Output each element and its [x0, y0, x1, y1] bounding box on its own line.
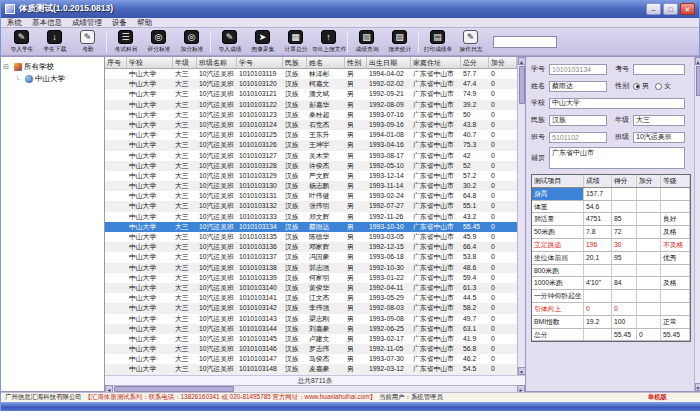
table-row[interactable]: 中山大学大三10汽运吴班1010103148汉族麦嘉豪男1992-03-12广东… — [105, 364, 517, 374]
table-row[interactable]: 中山大学大三10汽运吴班1010103130汉族杨志鹏男1993-11-14广东… — [105, 181, 517, 191]
column-header[interactable]: 性别 — [345, 57, 367, 68]
report-stats-button[interactable]: ▨报表统计 — [383, 30, 416, 54]
menu-item[interactable]: 设备 — [112, 18, 127, 28]
table-row[interactable]: 中山大学大三10汽运吴班1010103123汉族秦桂超男1993-07-16广东… — [105, 110, 517, 120]
ethnic-field[interactable] — [549, 115, 607, 126]
column-header[interactable]: 出生日期 — [367, 57, 411, 68]
table-row[interactable]: 中山大学大三10汽运吴班1010103131汉族叶伟健男1993-02-24广东… — [105, 191, 517, 201]
table-row[interactable]: 中山大学大三10汽运吴班1010103145汉族卢建文男1993-02-17广东… — [105, 334, 517, 344]
table-row[interactable]: 中山大学大三10汽运吴班1010103137汉族冯国豪男1993-06-18广东… — [105, 252, 517, 262]
column-header[interactable]: 加分 — [489, 57, 517, 68]
results-row[interactable]: 立定跳远19630不及格 — [532, 239, 690, 252]
results-row[interactable]: BMI指数19.2100正常 — [532, 316, 690, 329]
results-row[interactable]: 身高157.7 — [532, 188, 690, 201]
results-row[interactable]: 一分钟仰卧起坐 — [532, 290, 690, 303]
table-row[interactable]: 中山大学大三10汽运吴班1010103129汉族严文辉男1993-12-14广东… — [105, 171, 517, 181]
column-header[interactable]: 姓名 — [307, 57, 345, 68]
class-no-field[interactable] — [549, 132, 607, 143]
table-row[interactable]: 中山大学大三10汽运吴班1010103142汉族李伟强男1992-08-03广东… — [105, 303, 517, 313]
table-row[interactable]: 中山大学大三10汽运吴班1010103133汉族郑文辉男1992-11-26广东… — [105, 212, 517, 222]
download-students-button[interactable]: ↓学生下载 — [38, 30, 71, 54]
column-header[interactable]: 学校 — [127, 57, 173, 68]
column-header[interactable]: 学号 — [237, 57, 283, 68]
image-capture-button[interactable]: ➤图像采集 — [246, 30, 279, 54]
table-row[interactable]: 中山大学大三10汽运吴班1010103132汉族张伟明男1992-07-27广东… — [105, 201, 517, 211]
panel-scroll-up-icon[interactable]: ▲ — [695, 57, 700, 65]
table-row[interactable]: 中山大学大三10汽运吴班1010103143汉族梁志刚男1993-09-08广东… — [105, 314, 517, 324]
import-students-button[interactable]: ✎导入学生 — [5, 30, 38, 54]
table-row[interactable]: 中山大学大三10汽运吴班1010103139汉族何家明男1993-01-22广东… — [105, 273, 517, 283]
detail-panel-scrollbar[interactable]: ▲ ▼ — [694, 57, 700, 391]
table-row[interactable]: 中山大学大三10汽运吴班1010103135汉族陈德华男1993-03-05广东… — [105, 232, 517, 242]
maximize-button[interactable]: □ — [663, 3, 678, 15]
results-row[interactable]: 坐位体前屈20.195优秀 — [532, 252, 690, 265]
column-header[interactable]: 家庭住址 — [411, 57, 461, 68]
table-row[interactable]: 中山大学大三10汽运吴班1010103126汉族王坤宇男1993-04-16广东… — [105, 140, 517, 150]
menu-item[interactable]: 系统 — [7, 18, 22, 28]
table-row[interactable]: 中山大学大三10汽运吴班1010103128汉族许俊杰男1992-05-10广东… — [105, 161, 517, 171]
column-header[interactable]: 年级 — [173, 57, 197, 68]
scoring-standard-button[interactable]: ◎评分标准 — [142, 30, 175, 54]
menu-item[interactable]: 基本信息 — [32, 18, 62, 28]
results-header-row: 测试项目成绩得分加分等级 — [532, 175, 690, 188]
results-row[interactable]: 总分55.45055.45 — [532, 329, 690, 342]
bonus-standard-button[interactable]: ◎加分标准 — [175, 30, 208, 54]
panel-scroll-thumb[interactable] — [696, 66, 700, 96]
school-field[interactable] — [549, 98, 685, 109]
calculate-total-button[interactable]: ▦计算总分 — [279, 30, 312, 54]
table-row[interactable]: 中山大学大三10汽运吴班1010103124汉族石竞杰男1993-09-16广东… — [105, 120, 517, 130]
table-row[interactable]: 中山大学大三10汽运吴班1010103125汉族王东升男1994-01-08广东… — [105, 130, 517, 140]
table-row[interactable]: 中山大学大三10汽运吴班1010103121汉族潘文斌男1992-09-21广东… — [105, 89, 517, 99]
table-row[interactable]: 中山大学大三10汽运吴班1010103134汉族蔡雨达男1993-10-10广东… — [105, 222, 517, 232]
tree-item-school[interactable]: └中山大学 — [3, 73, 102, 85]
results-row[interactable]: 体重54.6 — [532, 201, 690, 214]
results-row[interactable]: 引体向上00 — [532, 303, 690, 316]
menu-item[interactable]: 帮助 — [137, 18, 152, 28]
gender-male-radio[interactable]: 男 — [633, 81, 649, 91]
attendance-button[interactable]: ✎考勤 — [71, 30, 104, 54]
table-row[interactable]: 中山大学大三10汽运吴班1010103138汉族郭志强男1992-10-30广东… — [105, 263, 517, 273]
results-row[interactable]: 800米跑 — [532, 265, 690, 278]
score-query-button[interactable]: ▧成绩查询 — [350, 30, 383, 54]
operation-log-button[interactable]: ✎操作日志 — [454, 30, 487, 54]
student-id-field[interactable] — [549, 64, 607, 75]
table-row[interactable]: 中山大学大三10汽运吴班1010103136汉族邓家辉男1992-12-15广东… — [105, 242, 517, 252]
table-row[interactable]: 中山大学大三10汽运吴班1010103141汉族江文杰男1993-05-29广东… — [105, 293, 517, 303]
menu-item[interactable]: 成绩管理 — [72, 18, 102, 28]
toolbar-search-input[interactable] — [493, 36, 557, 48]
table-row[interactable]: 中山大学大三10汽运吴班1010103147汉族马俊杰男1993-07-30广东… — [105, 354, 517, 364]
print-scores-button[interactable]: ▤打印成绩单 — [421, 30, 454, 54]
panel-scroll-down-icon[interactable]: ▼ — [695, 383, 700, 391]
column-header[interactable]: 序号 — [105, 57, 127, 68]
export-report-button[interactable]: ↑导出上报文件 — [312, 30, 345, 54]
table-row[interactable]: 中山大学大三10汽运吴班1010103140汉族黄俊华男1992-04-11广东… — [105, 283, 517, 293]
origin-field[interactable]: 广东省中山市 — [549, 147, 685, 169]
table-row[interactable]: 中山大学大三10汽运吴班1010103127汉族吴木荣男1993-08-17广东… — [105, 151, 517, 161]
column-header[interactable]: 民族 — [283, 57, 307, 68]
results-cell: 及格 — [661, 277, 690, 289]
results-row[interactable]: 50米跑7.872及格 — [532, 226, 690, 239]
grade-field[interactable] — [633, 115, 685, 126]
class-field[interactable] — [633, 132, 685, 143]
scroll-thumb[interactable] — [519, 66, 525, 104]
close-button[interactable]: ✕ — [680, 3, 695, 15]
table-row[interactable]: 中山大学大三10汽运吴班1010103122汉族彭嘉华男1992-08-09广东… — [105, 100, 517, 110]
tree-expand-icon[interactable]: ⊟ — [3, 63, 12, 71]
column-header[interactable]: 班级名称 — [197, 57, 237, 68]
import-scores-button[interactable]: ✎导入成绩 — [213, 30, 246, 54]
tree-root-all-schools[interactable]: ⊟ 所有学校 — [3, 61, 102, 73]
column-header[interactable]: 总分 — [461, 57, 489, 68]
table-cell: 广东省中山市 — [411, 252, 461, 262]
results-row[interactable]: 肺活量475185良好 — [532, 213, 690, 226]
minimize-button[interactable]: – — [646, 3, 661, 15]
table-row[interactable]: 中山大学大三10汽运吴班1010103144汉族刘嘉豪男1992-06-25广东… — [105, 324, 517, 334]
name-field[interactable] — [549, 81, 607, 92]
table-row[interactable]: 中山大学大三10汽运吴班1010103146汉族罗志伟男1992-11-05广东… — [105, 344, 517, 354]
table-row[interactable]: 中山大学大三10汽运吴班1010103120汉族柯嘉文男1992-02-02广东… — [105, 79, 517, 89]
exam-no-field[interactable] — [633, 64, 685, 75]
table-row[interactable]: 中山大学大三10汽运吴班1010103119汉族林泽彬男1994-04-02广东… — [105, 69, 517, 79]
results-row[interactable]: 1000米跑4'10"84及格 — [532, 277, 690, 290]
grid-vertical-scrollbar[interactable]: ▲ ▼ — [517, 57, 525, 375]
gender-female-radio[interactable]: 女 — [655, 81, 671, 91]
exam-subjects-button[interactable]: ☰考试科目 — [109, 30, 142, 54]
